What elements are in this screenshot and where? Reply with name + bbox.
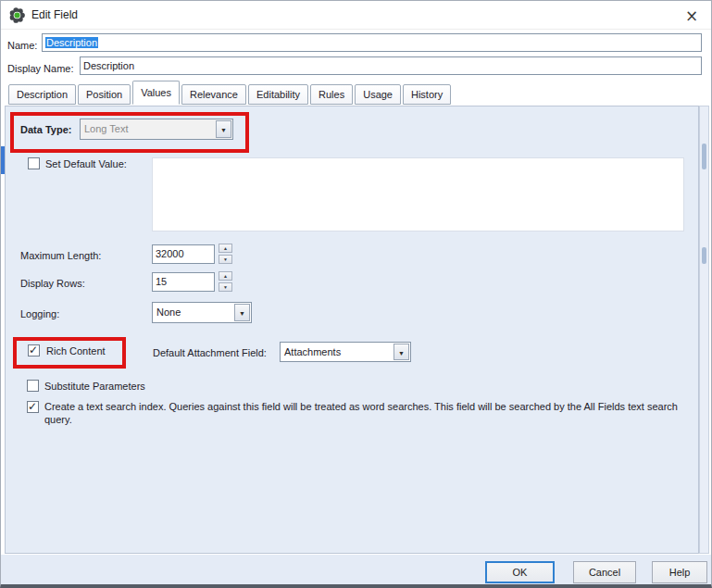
display-rows-spinner: ▲ ▼ [219,271,232,294]
spin-up-icon[interactable]: ▲ [219,271,232,281]
set-default-value-label: Set Default Value: [45,158,127,169]
data-type-value: Long Text [84,123,129,134]
app-pinwheel-icon [8,6,26,24]
scrollbar[interactable] [699,106,709,554]
chevron-down-icon: ▼ [234,304,250,321]
edit-field-dialog: Edit Field × Name: Description Display N… [0,0,712,588]
tab-description[interactable]: Description [8,84,76,105]
name-input[interactable]: Description [42,33,702,52]
spin-up-icon[interactable]: ▲ [219,244,232,253]
tab-strip: Description Position Values Relevance Ed… [8,83,453,105]
data-type-dropdown: Long Text ▼ [80,119,233,140]
default-attachment-field-value: Attachments [284,346,341,357]
tab-usage[interactable]: Usage [355,84,401,105]
display-rows-label: Display Rows: [20,278,85,289]
tab-history[interactable]: History [403,84,451,105]
cancel-button[interactable]: Cancel [573,561,636,583]
substitute-parameters-label: Substitute Parameters [44,381,145,392]
maximum-length-spinner: ▲ ▼ [219,244,232,266]
dialog-title: Edit Field [31,1,78,29]
name-input-selected-text: Description [45,37,98,48]
text-search-index-checkbox[interactable] [27,401,39,413]
default-value-textarea[interactable] [152,157,684,231]
spin-down-icon[interactable]: ▼ [219,282,232,292]
maximum-length-input[interactable]: 32000 [152,244,215,264]
close-icon[interactable]: × [680,4,704,28]
ok-button[interactable]: OK [485,561,555,583]
title-bar: Edit Field × [1,1,711,30]
data-type-label: Data Type: [20,124,71,135]
values-tab-panel: Data Type: Long Text ▼ Set Default Value… [5,106,699,554]
display-rows-input[interactable]: 15 [152,272,215,292]
tab-values[interactable]: Values [132,81,180,105]
default-attachment-field-label: Default Attachment Field: [153,347,267,358]
set-default-value-checkbox[interactable] [28,157,40,169]
scrollbar-thumb[interactable] [702,247,706,264]
chevron-down-icon: ▼ [216,120,231,138]
logging-value: None [156,307,181,318]
tab-editability[interactable]: Editability [248,84,308,105]
scrollbar-thumb[interactable] [702,144,706,169]
logging-label: Logging: [20,308,59,319]
left-edge-artifact [1,146,5,174]
chevron-down-icon: ▼ [393,344,409,360]
tab-relevance[interactable]: Relevance [181,84,246,105]
text-search-index-label: Create a text search index. Queries agai… [44,400,694,426]
button-bar: OK Cancel Help [1,555,711,584]
display-name-input[interactable]: Description [80,56,702,75]
default-attachment-field-dropdown[interactable]: Attachments ▼ [280,342,411,362]
tab-rules[interactable]: Rules [310,84,353,105]
rich-content-label: Rich Content [46,345,106,357]
logging-dropdown[interactable]: None ▼ [152,302,252,323]
maximum-length-label: Maximum Length: [20,250,101,261]
name-label: Name: [7,40,37,51]
substitute-parameters-checkbox[interactable] [27,380,39,392]
tab-position[interactable]: Position [78,84,131,105]
spin-down-icon[interactable]: ▼ [219,255,232,264]
help-button[interactable]: Help [652,561,707,583]
rich-content-checkbox[interactable] [28,344,40,357]
display-name-label: Display Name: [7,63,74,74]
